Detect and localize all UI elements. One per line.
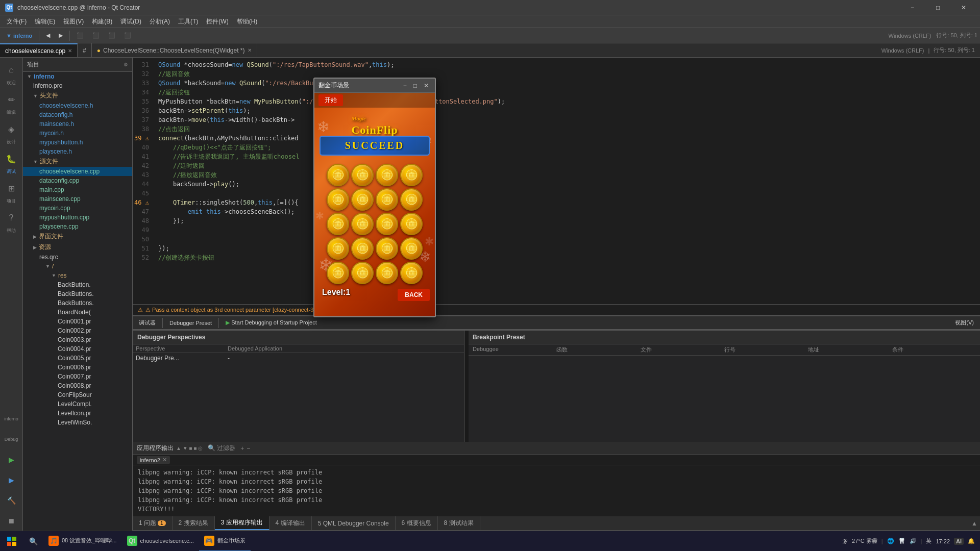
tree-mypushbutton-cpp[interactable]: mypushbutton.cpp xyxy=(23,213,132,222)
tree-ui-folder[interactable]: ▶ 界面文件 xyxy=(23,231,132,242)
toolbar-btn1[interactable]: ⬛ xyxy=(73,31,87,40)
tree-mycoin-cpp[interactable]: mycoin.cpp xyxy=(23,204,132,213)
tree-res-folder[interactable]: ▼ res xyxy=(23,271,132,280)
view-button[interactable]: 视图(V) xyxy=(951,317,977,328)
toolbar-forward[interactable]: ▶ xyxy=(55,31,66,40)
tree-coin0006[interactable]: Coin0006.pr xyxy=(23,363,132,372)
tab-search[interactable]: 2 搜索结果 xyxy=(173,516,215,530)
tree-res-qrc[interactable]: res.qrc xyxy=(23,253,132,262)
tree-mainscene-h[interactable]: mainscene.h xyxy=(23,119,132,129)
coin-5-2[interactable]: 🪙 xyxy=(351,262,374,284)
remove-output-btn[interactable]: − xyxy=(247,445,250,452)
tree-backbuttonsel[interactable]: BackButtons. xyxy=(23,289,132,298)
tree-chooselevelscene-h[interactable]: chooselevelscene.h xyxy=(23,101,132,110)
tree-headers-folder[interactable]: ▼ 头文件 xyxy=(23,90,132,101)
tree-chooselevelscene-cpp[interactable]: chooselevelscene.cpp xyxy=(23,167,132,176)
toolbar-btn2[interactable]: ⬛ xyxy=(89,31,103,40)
sidebar-stop[interactable]: ⏹ xyxy=(2,511,21,531)
tree-backbutton[interactable]: BackButton. xyxy=(23,280,132,289)
taskbar-item-1[interactable]: 🎵 08 设置音效_哔哩哔... xyxy=(43,531,122,552)
tab-summary[interactable]: 6 概要信息 xyxy=(396,516,438,530)
tree-coin0005[interactable]: Coin0005.pr xyxy=(23,354,132,363)
maximize-button[interactable]: □ xyxy=(926,0,949,15)
notification-icon[interactable]: 🔔 xyxy=(968,538,975,544)
sidebar-debug-mode[interactable]: Debug xyxy=(2,430,21,449)
add-output-btn[interactable]: + xyxy=(240,445,244,452)
minimize-button[interactable]: − xyxy=(901,0,924,15)
code-content[interactable]: 31 32 33 34 35 36 37 38 39 ⚠ 40 41 42 43… xyxy=(133,58,980,304)
tree-boardnode[interactable]: BoardNode( xyxy=(23,308,132,317)
coin-3-4[interactable]: 🪙 xyxy=(400,213,423,235)
tree-dataconfig-h[interactable]: dataconfig.h xyxy=(23,110,132,119)
tab-qml-debug[interactable]: 5 QML Debugger Console xyxy=(312,516,396,530)
tree-conflipsour[interactable]: ConFlipSour xyxy=(23,390,132,399)
tree-mainscene-cpp[interactable]: mainscene.cpp xyxy=(23,194,132,204)
language-icon[interactable]: 英 xyxy=(926,537,932,545)
coin-3-1[interactable]: 🪙 xyxy=(327,213,349,235)
menu-edit[interactable]: 编辑(E) xyxy=(31,16,59,27)
menu-view[interactable]: 视图(V) xyxy=(59,16,88,27)
tab-compile[interactable]: 4 编译输出 xyxy=(270,516,312,530)
sidebar-projects[interactable]: ⊞ xyxy=(2,179,21,198)
popup-maximize[interactable]: □ xyxy=(411,82,419,89)
coin-5-3[interactable]: 🪙 xyxy=(376,262,398,284)
debug-persp-row-1[interactable]: Debugger Pre... - xyxy=(133,353,464,363)
sidebar-welcome[interactable]: ⌂ xyxy=(2,60,21,80)
menu-build[interactable]: 构建(B) xyxy=(88,16,116,27)
menu-tools[interactable]: 工具(T) xyxy=(174,16,202,27)
tree-levelcompl[interactable]: LevelCompl. xyxy=(23,399,132,409)
tree-playscene-cpp[interactable]: playscene.cpp xyxy=(23,222,132,231)
tree-playscene-h[interactable]: playscene.h xyxy=(23,147,132,156)
coin-5-1[interactable]: 🪙 xyxy=(327,262,349,284)
tree-backbuttonsel2[interactable]: BackButtons. xyxy=(23,298,132,308)
tree-mycoin-h[interactable]: mycoin.h xyxy=(23,129,132,138)
start-menu-button[interactable] xyxy=(0,531,23,552)
start-debug-btn[interactable]: ▶ Start Debugging of Startup Project xyxy=(222,318,321,328)
coin-2-1[interactable]: 🪙 xyxy=(327,188,349,211)
coin-2-4[interactable]: 🪙 xyxy=(400,188,423,211)
tree-inferno-pro[interactable]: inferno.pro xyxy=(23,81,132,90)
tree-coin0002[interactable]: Coin0002.pr xyxy=(23,326,132,335)
toolbar-btn4[interactable]: ⬛ xyxy=(120,31,135,40)
popup-minimize[interactable]: − xyxy=(401,82,409,89)
debug-scrollbar[interactable] xyxy=(464,331,469,442)
coin-2-2[interactable]: 🪙 xyxy=(351,188,374,211)
coin-4-3[interactable]: 🪙 xyxy=(376,237,398,260)
tree-coin0003[interactable]: Coin0003.pr xyxy=(23,335,132,344)
tree-root[interactable]: ▼ inferno xyxy=(23,72,132,81)
sidebar-run[interactable]: ▶ xyxy=(2,450,21,469)
tab-test[interactable]: 8 测试结果 xyxy=(438,516,480,530)
sidebar-build[interactable]: 🔨 xyxy=(2,491,21,510)
tree-coin0007[interactable]: Coin0007.pr xyxy=(23,372,132,381)
back-button[interactable]: BACK xyxy=(398,289,430,301)
sidebar-design[interactable]: ◈ xyxy=(2,119,21,139)
sidebar-debug-label[interactable]: inferno xyxy=(2,409,21,429)
debug-toolbar-label[interactable]: 调试器 xyxy=(135,317,159,328)
coin-2-3[interactable]: 🪙 xyxy=(376,188,398,211)
coin-3-2[interactable]: 🪙 xyxy=(351,213,374,235)
tree-main-cpp[interactable]: main.cpp xyxy=(23,185,132,194)
start-button[interactable]: 开始 xyxy=(318,94,343,106)
tree-slash-folder[interactable]: ▼ / xyxy=(23,262,132,271)
toolbar-btn3[interactable]: ⬛ xyxy=(105,31,119,40)
tab-hash[interactable]: # xyxy=(78,43,92,57)
coin-4-1[interactable]: 🪙 xyxy=(327,237,349,260)
menu-file[interactable]: 文件(F) xyxy=(3,16,31,27)
coin-3-3[interactable]: 🪙 xyxy=(376,213,398,235)
taskbar-item-2[interactable]: Qt chooselevelscene.c... xyxy=(122,531,199,552)
toolbar-project[interactable]: ▼ inferno xyxy=(3,31,36,40)
coin-1-2[interactable]: 🪙 xyxy=(351,164,374,186)
sidebar-debug[interactable]: 🐛 xyxy=(2,149,21,168)
tree-dataconfig-cpp[interactable]: dataconfig.cpp xyxy=(23,176,132,185)
tab-app-output[interactable]: 3 应用程序输出 xyxy=(215,516,270,530)
menu-debug[interactable]: 调试(D) xyxy=(116,16,145,27)
tab-problems[interactable]: 1 问题 1 xyxy=(133,516,173,530)
toolbar-back[interactable]: ◀ xyxy=(42,31,54,40)
tree-coin0008[interactable]: Coin0008.pr xyxy=(23,381,132,390)
sidebar-help[interactable]: ? xyxy=(2,208,21,228)
tree-sources-folder[interactable]: ▼ 源文件 xyxy=(23,156,132,167)
tree-mypushbutton-h[interactable]: mypushbutton.h xyxy=(23,138,132,147)
coin-1-4[interactable]: 🪙 xyxy=(400,164,423,186)
coin-1-1[interactable]: 🪙 xyxy=(327,164,349,186)
bottom-close-btn[interactable]: ▲ xyxy=(971,520,977,527)
